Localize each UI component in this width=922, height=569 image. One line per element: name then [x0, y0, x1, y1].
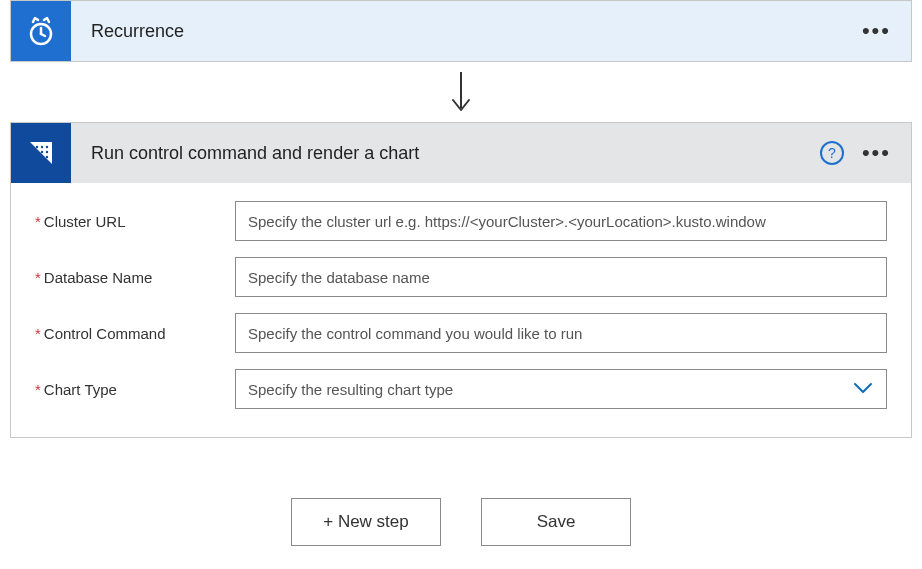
recurrence-card: Recurrence ••• [10, 0, 912, 62]
label-chart-type-text: Chart Type [44, 381, 117, 398]
svg-point-7 [46, 146, 48, 148]
kusto-card: Run control command and render a chart ?… [10, 122, 912, 438]
label-control-command-text: Control Command [44, 325, 166, 342]
label-cluster-url-text: Cluster URL [44, 213, 126, 230]
select-chart-type[interactable]: Specify the resulting chart type [235, 369, 887, 409]
svg-point-9 [46, 151, 48, 153]
row-control-command: *Control Command [35, 313, 887, 353]
svg-point-5 [36, 146, 38, 148]
select-chart-type-placeholder: Specify the resulting chart type [248, 381, 453, 398]
svg-point-8 [41, 151, 43, 153]
svg-point-6 [41, 146, 43, 148]
save-button[interactable]: Save [481, 498, 631, 546]
label-cluster-url: *Cluster URL [35, 213, 235, 230]
label-control-command: *Control Command [35, 325, 235, 342]
input-cluster-url[interactable] [235, 201, 887, 241]
svg-marker-4 [30, 142, 52, 164]
row-cluster-url: *Cluster URL [35, 201, 887, 241]
svg-line-2 [41, 34, 45, 36]
arrow-connector [0, 62, 922, 122]
label-database-name: *Database Name [35, 269, 235, 286]
help-icon[interactable]: ? [820, 141, 844, 165]
kusto-header[interactable]: Run control command and render a chart ?… [11, 123, 911, 183]
label-chart-type: *Chart Type [35, 381, 235, 398]
svg-point-10 [46, 156, 48, 158]
kusto-menu-icon[interactable]: ••• [862, 142, 891, 164]
input-control-command[interactable] [235, 313, 887, 353]
kusto-icon [11, 123, 71, 183]
row-database-name: *Database Name [35, 257, 887, 297]
new-step-button[interactable]: + New step [291, 498, 441, 546]
recurrence-header[interactable]: Recurrence ••• [11, 1, 911, 61]
recurrence-title: Recurrence [71, 21, 862, 42]
action-row: + New step Save [0, 498, 922, 546]
recurrence-menu-icon[interactable]: ••• [862, 20, 891, 42]
input-database-name[interactable] [235, 257, 887, 297]
recurrence-icon [11, 1, 71, 61]
row-chart-type: *Chart Type Specify the resulting chart … [35, 369, 887, 409]
kusto-form: *Cluster URL *Database Name *Control Com… [11, 183, 911, 437]
label-database-name-text: Database Name [44, 269, 152, 286]
kusto-title: Run control command and render a chart [71, 143, 820, 164]
